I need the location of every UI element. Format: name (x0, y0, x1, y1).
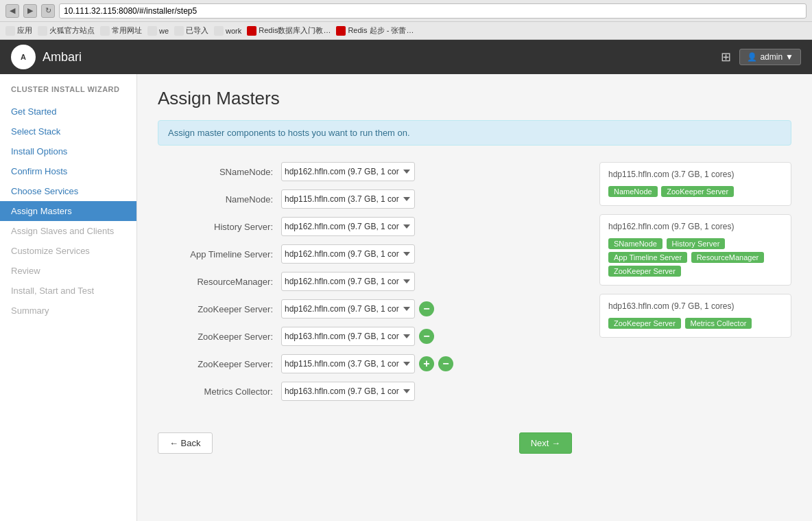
zk3-minus-button[interactable]: − (438, 356, 453, 371)
page-title: Assign Masters (158, 88, 791, 109)
bookmark-7[interactable]: Redis 起步 - 张蕾… (336, 25, 414, 36)
sidebar-item-choose-services[interactable]: Choose Services (0, 181, 136, 201)
select-wrap-zk2: hdp163.hfln.com (9.7 GB, 1 cor − (281, 327, 434, 346)
zk1-minus-button[interactable]: − (419, 301, 434, 316)
label-history: History Server: (158, 222, 281, 232)
zk3-plus-button[interactable]: + (419, 356, 434, 371)
app-header-left: A Ambari (11, 45, 82, 69)
sidebar-item-confirm-hosts[interactable]: Confirm Hosts (0, 161, 136, 181)
info-box: Assign master components to hosts you wa… (158, 120, 791, 146)
tag-zk-115: ZooKeeper Server (661, 186, 734, 197)
ambari-logo-svg: A (14, 47, 33, 67)
select-resourcemanager[interactable]: hdp162.hfln.com (9.7 GB, 1 cor (281, 272, 415, 291)
bookmark-1-icon (38, 26, 47, 36)
form-row-resourcemanager: ResourceManager: hdp162.hfln.com (9.7 GB… (158, 272, 572, 291)
main-container: CLUSTER INSTALL WIZARD Get Started Selec… (0, 74, 812, 521)
bookmark-6-icon (247, 26, 256, 36)
host-card-hdp115-title: hdp115.hfln.com (3.7 GB, 1 cores) (608, 170, 783, 179)
tag-zk-163: ZooKeeper Server (608, 318, 681, 329)
sidebar-item-review: Review (0, 261, 136, 281)
user-icon: 👤 (747, 52, 757, 62)
host-card-hdp163-title: hdp163.hfln.com (9.7 GB, 1 cores) (608, 301, 783, 311)
bookmark-6[interactable]: Redis数据库入门教… (247, 25, 331, 36)
form-row-metrics: Metrics Collector: hdp163.hfln.com (9.7 … (158, 382, 572, 401)
form-row-namenode: NameNode: hdp115.hfln.com (3.7 GB, 1 cor (158, 189, 572, 209)
content-inner: SNameNode: hdp162.hfln.com (9.7 GB, 1 co… (158, 162, 791, 454)
bookmark-4-icon (174, 26, 184, 36)
select-metrics[interactable]: hdp163.hfln.com (9.7 GB, 1 cor (281, 382, 415, 401)
select-wrap-timeline: hdp162.hfln.com (9.7 GB, 1 cor (281, 244, 415, 264)
sidebar-item-install-options[interactable]: Install Options (0, 141, 136, 161)
form-row-sname: SNameNode: hdp162.hfln.com (9.7 GB, 1 co… (158, 162, 572, 181)
bookmark-2[interactable]: 常用网址 (100, 25, 142, 36)
svg-text:A: A (21, 53, 26, 61)
sidebar-item-select-stack[interactable]: Select Stack (0, 121, 136, 141)
back-button[interactable]: ← Back (158, 432, 213, 454)
select-wrap-resourcemanager: hdp162.hfln.com (9.7 GB, 1 cor (281, 272, 415, 291)
host-card-hdp115: hdp115.hfln.com (3.7 GB, 1 cores) NameNo… (599, 162, 791, 206)
label-zk3: ZooKeeper Server: (158, 359, 281, 369)
bookmark-5-icon (214, 26, 224, 36)
content-area: Assign Masters Assign master components … (137, 74, 812, 521)
bookmark-1[interactable]: 火狐官方站点 (38, 25, 95, 36)
tag-history-162: History Server (667, 238, 726, 249)
select-sname[interactable]: hdp162.hfln.com (9.7 GB, 1 cor (281, 162, 415, 181)
app-header: A Ambari ⊞ 👤 admin ▼ (0, 40, 812, 74)
label-zk1: ZooKeeper Server: (158, 304, 281, 314)
select-zk2[interactable]: hdp163.hfln.com (9.7 GB, 1 cor (281, 327, 415, 346)
tag-rm-162: ResourceManager (691, 252, 765, 263)
tag-zk-162: ZooKeeper Server (608, 266, 681, 277)
label-metrics: Metrics Collector: (158, 386, 281, 397)
app-header-right: ⊞ 👤 admin ▼ (721, 49, 801, 65)
label-sname: SNameNode: (158, 167, 281, 177)
next-button[interactable]: Next → (519, 432, 572, 454)
select-wrap-history: hdp162.hfln.com (9.7 GB, 1 cor (281, 217, 415, 236)
select-wrap-sname: hdp162.hfln.com (9.7 GB, 1 cor (281, 162, 415, 181)
bookmark-2-icon (100, 26, 110, 36)
bookmark-apps-icon (5, 26, 15, 36)
form-row-zk1: ZooKeeper Server: hdp162.hfln.com (9.7 G… (158, 299, 572, 319)
label-zk2: ZooKeeper Server: (158, 332, 281, 342)
host-card-hdp162: hdp162.hfln.com (9.7 GB, 1 cores) SNameN… (599, 214, 791, 286)
app-logo: A (11, 45, 36, 69)
bookmarks-bar: 应用 火狐官方站点 常用网址 we 已导入 work Redis数据库入门教… … (0, 22, 812, 40)
select-history[interactable]: hdp162.hfln.com (9.7 GB, 1 cor (281, 217, 415, 236)
forward-nav-btn[interactable]: ▶ (23, 4, 37, 18)
select-wrap-metrics: hdp163.hfln.com (9.7 GB, 1 cor (281, 382, 415, 401)
bookmark-3[interactable]: we (147, 26, 169, 36)
form-row-zk3: ZooKeeper Server: hdp115.hfln.com (3.7 G… (158, 354, 572, 373)
sidebar-item-assign-slaves: Assign Slaves and Clients (0, 221, 136, 241)
sidebar-item-get-started[interactable]: Get Started (0, 102, 136, 121)
assign-form: SNameNode: hdp162.hfln.com (9.7 GB, 1 co… (158, 162, 572, 401)
reload-nav-btn[interactable]: ↻ (41, 4, 55, 18)
right-panel: hdp115.hfln.com (3.7 GB, 1 cores) NameNo… (599, 162, 791, 454)
bookmark-apps[interactable]: 应用 (5, 25, 32, 36)
select-zk1[interactable]: hdp162.hfln.com (9.7 GB, 1 cor (281, 299, 415, 319)
label-resourcemanager: ResourceManager: (158, 277, 281, 287)
grid-icon[interactable]: ⊞ (721, 49, 731, 65)
tag-sname-162: SNameNode (608, 238, 662, 249)
user-menu-button[interactable]: 👤 admin ▼ (739, 49, 801, 65)
select-zk3[interactable]: hdp115.hfln.com (3.7 GB, 1 cor (281, 354, 415, 373)
bookmark-3-icon (147, 26, 157, 36)
tag-namenode: NameNode (608, 186, 658, 197)
sidebar-item-install-start-test: Install, Start and Test (0, 281, 136, 301)
bookmark-7-icon (336, 26, 346, 36)
app-name: Ambari (43, 50, 82, 65)
sidebar-item-assign-masters[interactable]: Assign Masters (0, 201, 136, 221)
url-bar[interactable] (59, 3, 807, 19)
footer-buttons: ← Back Next → (158, 421, 572, 454)
browser-bar: ◀ ▶ ↻ (0, 0, 812, 22)
form-row-history: History Server: hdp162.hfln.com (9.7 GB,… (158, 217, 572, 236)
form-row-timeline: App Timeline Server: hdp162.hfln.com (9.… (158, 244, 572, 264)
sidebar-item-customize-services: Customize Services (0, 241, 136, 261)
back-nav-btn[interactable]: ◀ (5, 4, 19, 18)
select-timeline[interactable]: hdp162.hfln.com (9.7 GB, 1 cor (281, 244, 415, 264)
bookmark-5[interactable]: work (214, 26, 241, 36)
left-section: SNameNode: hdp162.hfln.com (9.7 GB, 1 co… (158, 162, 572, 454)
sidebar-item-summary: Summary (0, 301, 136, 321)
zk2-minus-button[interactable]: − (419, 329, 434, 344)
bookmark-4[interactable]: 已导入 (174, 25, 208, 36)
select-namenode[interactable]: hdp115.hfln.com (3.7 GB, 1 cor (281, 189, 415, 209)
host-card-hdp162-title: hdp162.hfln.com (9.7 GB, 1 cores) (608, 222, 783, 231)
